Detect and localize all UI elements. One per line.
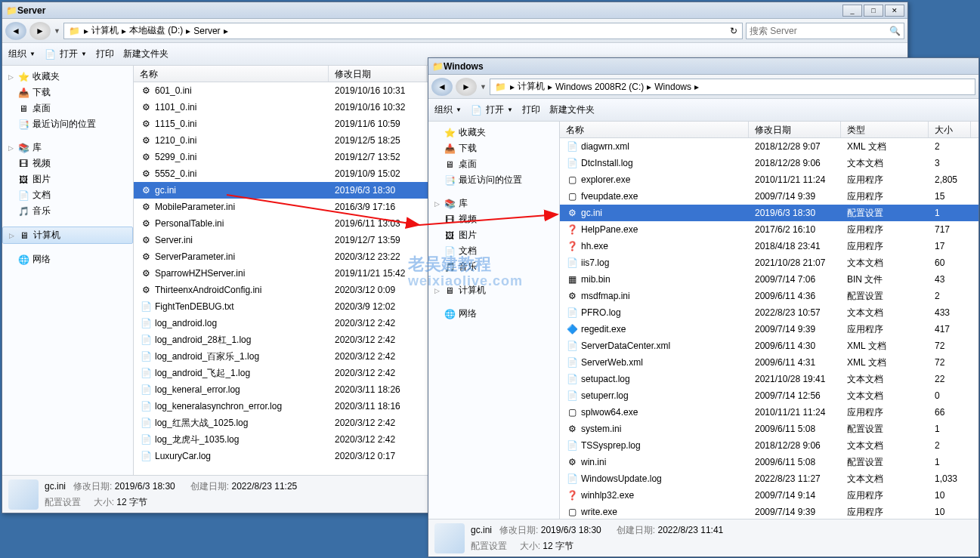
sidebar-computer[interactable]: ▷🖥计算机 [428,282,559,298]
print-button[interactable]: 打印 [96,48,114,60]
file-row[interactable]: 📄iis7.log2021/10/28 21:07文本文档60 [560,254,978,271]
sidebar-downloads[interactable]: 📥下载 [428,140,559,156]
sidebar-recent[interactable]: 📑最近访问的位置 [428,172,559,188]
video-icon: 🎞 [17,158,29,170]
window-title: Server [17,5,842,16]
file-row[interactable]: ❓hh.exe2018/4/18 23:41应用程序17 [560,238,978,254]
file-size: 22 [929,372,971,386]
crumb[interactable]: 计算机 [91,24,119,37]
crumb[interactable]: 计算机 [518,80,545,93]
bin-icon: ▦ [566,273,578,285]
file-date: 2019/11/6 10:59 [329,117,427,131]
file-row[interactable]: 🔷regedit.exe2009/7/14 9:39应用程序417 [560,321,978,338]
breadcrumb[interactable]: 📁 ▸计算机 ▸Windows 2008R2 (C:) ▸Windows ▸ [490,79,975,95]
file-size: 10 [929,505,971,519]
file-type: 应用程序 [841,189,929,205]
file-row[interactable]: ❓HelpPane.exe2017/6/2 16:10应用程序717 [560,221,978,238]
file-row[interactable]: ▢fveupdate.exe2009/7/14 9:39应用程序15 [560,188,978,205]
file-date: 2017/6/2 16:10 [749,223,841,236]
col-date[interactable]: 修改日期 [329,66,427,82]
refresh-icon[interactable]: ↻ [730,26,737,36]
file-row[interactable]: ⚙system.ini2009/6/11 5:08配置设置1 [560,421,978,437]
file-size: 1 [929,422,971,436]
print-button[interactable]: 打印 [522,103,540,116]
forward-button[interactable]: ► [29,22,51,40]
sidebar-desktop[interactable]: 🖥桌面 [428,156,559,172]
sidebar-documents[interactable]: 📄文档 [428,243,559,259]
back-button[interactable]: ◄ [431,78,453,96]
sidebar-recent[interactable]: 📑最近访问的位置 [2,116,133,132]
sidebar-favorites[interactable]: ⭐收藏夹 [428,125,559,140]
crumb[interactable]: Server [193,26,220,36]
sidebar-pictures[interactable]: 🖼图片 [2,171,133,187]
file-row[interactable]: 📄setupact.log2021/10/28 19:41文本文档22 [560,371,978,387]
sidebar-libraries[interactable]: ▷📚库 [428,196,559,211]
file-row[interactable]: 📄ServerWeb.xml2009/6/11 4:31XML 文档72 [560,354,978,371]
organize-button[interactable]: 组织 ▼ [434,103,462,116]
sidebar-video[interactable]: 🎞视频 [428,211,559,227]
file-row[interactable]: 📄DtcInstall.log2018/12/28 9:06文本文档3 [560,155,978,171]
sidebar-network[interactable]: 🌐网络 [428,306,559,322]
sidebar-documents[interactable]: 📄文档 [2,187,133,203]
newfolder-button[interactable]: 新建文件夹 [549,103,595,116]
titlebar[interactable]: 📁 Windows [428,58,978,75]
search-icon[interactable]: 🔍 [889,26,901,36]
sidebar-network[interactable]: 🌐网络 [2,251,133,267]
back-button[interactable]: ◄ [5,22,26,40]
breadcrumb[interactable]: 📁 ▸计算机 ▸本地磁盘 (D:) ▸Server ▸ ↻ [63,23,743,39]
col-type[interactable]: 类型 [841,122,929,137]
dropdown-history-icon[interactable]: ▼ [54,27,60,35]
file-row[interactable]: ❓winhlp32.exe2009/7/14 9:14应用程序10 [560,487,978,504]
file-row[interactable]: ▢write.exe2009/7/14 9:39应用程序10 [560,504,978,519]
sidebar-video[interactable]: 🎞视频 [2,156,133,171]
open-button[interactable]: 📄打开 ▼ [471,103,513,116]
crumb[interactable]: 本地磁盘 (D:) [129,24,183,37]
sidebar-computer[interactable]: ▷🖥计算机 [2,227,133,244]
file-row[interactable]: 📄TSSysprep.log2018/12/28 9:06文本文档2 [560,437,978,454]
file-name: TSSysprep.log [581,440,641,451]
minimize-button[interactable]: _ [842,5,862,17]
file-row[interactable]: ⚙msdfmap.ini2009/6/11 4:36配置设置2 [560,288,978,304]
sidebar-pictures[interactable]: 🖼图片 [428,227,559,243]
col-name[interactable]: 名称 [134,66,329,82]
col-name[interactable]: 名称 [560,122,749,137]
file-row[interactable]: ⚙gc.ini2019/6/3 18:30配置设置1 [560,205,978,221]
file-row[interactable]: ⚙win.ini2009/6/11 5:08配置设置1 [560,454,978,470]
status-filename: gc.ini [471,525,492,535]
window-windows: 📁 Windows ◄ ► ▼ 📁 ▸计算机 ▸Windows 2008R2 (… [428,57,979,557]
file-name: log_android_28杠_1.log [155,334,251,347]
col-date[interactable]: 修改日期 [749,122,841,137]
file-row[interactable]: 📄WindowsUpdate.log2022/8/23 11:27文本文档1,0… [560,470,978,487]
sidebar-libraries[interactable]: ▷📚库 [2,140,133,156]
sidebar-music[interactable]: 🎵音乐 [428,259,559,275]
newfolder-button[interactable]: 新建文件夹 [123,48,168,60]
file-row[interactable]: 📄PFRO.log2022/8/23 10:57文本文档433 [560,304,978,321]
file-row[interactable]: ▦mib.bin2009/7/14 7:06BIN 文件43 [560,271,978,288]
docs-icon: 📄 [17,190,29,202]
crumb[interactable]: Windows 2008R2 (C:) [555,82,644,92]
file-row[interactable]: 📄setuperr.log2009/7/14 12:56文本文档0 [560,387,978,404]
file-row[interactable]: ▢splwow64.exe2010/11/21 11:24应用程序66 [560,404,978,421]
sidebar-favorites[interactable]: ▷⭐收藏夹 [2,69,133,85]
dropdown-history-icon[interactable]: ▼ [480,83,487,91]
file-row[interactable]: 📄ServerDataCenter.xml2009/6/11 4:30XML 文… [560,338,978,354]
crumb[interactable]: Windows [654,82,691,92]
file-row[interactable]: ▢explorer.exe2010/11/21 11:24应用程序2,805 [560,171,978,188]
col-size[interactable]: 大小 [929,122,971,137]
forward-button[interactable]: ► [456,78,477,96]
sidebar-desktop[interactable]: 🖥桌面 [2,100,133,116]
search-input[interactable] [750,26,889,36]
file-date: 2009/6/11 5:08 [749,455,841,469]
sidebar-downloads[interactable]: 📥下载 [2,85,133,100]
open-button[interactable]: 📄打开 ▼ [45,48,87,60]
close-button[interactable]: ✕ [885,5,904,17]
file-row[interactable]: 📄diagwrn.xml2018/12/28 9:07XML 文档2 [560,138,978,155]
maximize-button[interactable]: □ [864,5,883,17]
txt-icon: 📄 [566,307,578,319]
search-box[interactable]: 🔍 [746,23,904,39]
file-name: iis7.log [581,257,609,268]
file-list[interactable]: 名称 修改日期 类型 大小 📄diagwrn.xml2018/12/28 9:0… [560,122,978,519]
sidebar-music[interactable]: 🎵音乐 [2,203,133,219]
organize-button[interactable]: 组织 ▼ [8,48,36,60]
titlebar[interactable]: 📁 Server _ □ ✕ [2,2,907,19]
